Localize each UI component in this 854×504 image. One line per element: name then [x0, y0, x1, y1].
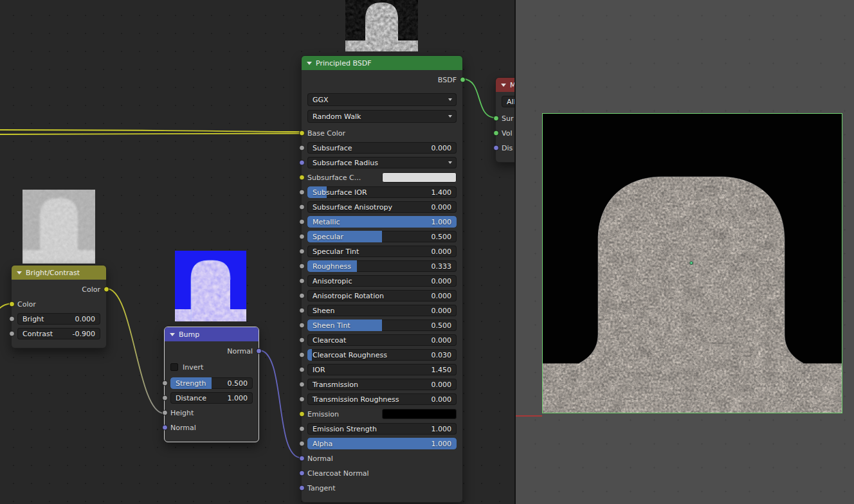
slider-clearcoat[interactable]: Clearcoat0.000: [307, 334, 457, 346]
material-output-header[interactable]: M: [496, 78, 514, 92]
socket-in-clearcoat-roughness[interactable]: [299, 352, 305, 358]
slider-anisotropic[interactable]: Anisotropic0.000: [307, 275, 457, 287]
slider-transmission[interactable]: Transmission0.000: [307, 379, 457, 390]
bump-header[interactable]: Bump: [165, 327, 259, 341]
node-material-output[interactable]: M All SurVolDis: [495, 77, 514, 163]
socket-in-normal[interactable]: [299, 456, 305, 462]
rendered-tombstone-object[interactable]: [542, 113, 842, 413]
socket-in-sheen[interactable]: [299, 308, 305, 314]
slider-label: Emission Strength: [307, 425, 377, 433]
row-anisotropic: Anisotropic0.000: [307, 275, 457, 287]
row-sur: Sur: [502, 113, 514, 124]
dropdown-value: Random Walk: [307, 113, 361, 121]
slider-ior[interactable]: IOR1.450: [307, 364, 457, 375]
slider-strength[interactable]: Strength0.500: [170, 377, 253, 389]
socket-in-clearcoat-normal[interactable]: [299, 471, 305, 476]
slider-alpha[interactable]: Alpha1.000: [307, 438, 457, 449]
slider-anisotropic-rotation[interactable]: Anisotropic Rotation0.000: [307, 290, 457, 302]
slider-sheen-tint[interactable]: Sheen Tint0.500: [307, 320, 457, 331]
socket-in-color[interactable]: [9, 302, 15, 307]
socket-in-emission-strength[interactable]: [299, 426, 305, 432]
socket-in-tangent[interactable]: [299, 485, 305, 491]
checkbox-invert[interactable]: [170, 363, 178, 371]
socket-in-normal[interactable]: [162, 425, 168, 431]
slider-value: 0.000: [432, 336, 457, 345]
socket-in-strength[interactable]: [162, 381, 168, 386]
wire-bsdf-to-surface[interactable]: [463, 79, 495, 118]
slider-contrast[interactable]: Contrast-0.900: [17, 328, 100, 339]
socket-in-anisotropic-rotation[interactable]: [299, 293, 305, 299]
slider-specular-tint[interactable]: Specular Tint0.000: [307, 246, 457, 257]
socket-in-clearcoat[interactable]: [299, 338, 305, 343]
socket-in-specular[interactable]: [299, 234, 305, 240]
slider-emission-strength[interactable]: Emission Strength1.000: [307, 423, 457, 435]
socket-in-bright[interactable]: [9, 316, 15, 322]
slider-subsurface-anisotropy[interactable]: Subsurface Anisotropy0.000: [307, 201, 457, 213]
subsurface-method-dropdown[interactable]: Random Walk: [307, 110, 457, 123]
socket-in-distance[interactable]: [162, 395, 168, 401]
socket-out-normal[interactable]: [256, 348, 262, 354]
slider-bright[interactable]: Bright0.000: [17, 313, 100, 325]
principled-header[interactable]: Principled BSDF: [302, 56, 462, 70]
node-title: Principled BSDF: [316, 59, 372, 68]
socket-in-dis[interactable]: [493, 145, 499, 151]
socket-in-transmission[interactable]: [299, 382, 305, 388]
socket-in-anisotropic[interactable]: [299, 278, 305, 284]
socket-in-subsurface-anisotropy[interactable]: [299, 204, 305, 210]
collapse-chevron-icon[interactable]: [501, 84, 506, 87]
shader-editor[interactable]: Bright/Contrast Color ColorBright0.000Co…: [0, 0, 514, 504]
node-bump[interactable]: Bump Normal InvertStrength0.500Distance1…: [164, 327, 259, 442]
slider-transmission-roughness[interactable]: Transmission Roughness0.000: [307, 393, 457, 405]
socket-in-sheen-tint[interactable]: [299, 323, 305, 328]
node-bright-contrast[interactable]: Bright/Contrast Color ColorBright0.000Co…: [11, 265, 107, 348]
socket-in-subsurface-ior[interactable]: [299, 190, 305, 195]
input-label: Tangent: [307, 484, 336, 492]
socket-in-emission[interactable]: [299, 411, 305, 417]
slider-value: 1.000: [228, 394, 253, 402]
socket-in-metallic[interactable]: [299, 219, 305, 225]
wire-base-color-2[interactable]: [0, 134, 300, 135]
slider-metallic[interactable]: Metallic1.000: [307, 216, 457, 228]
dropdown-subsurface-radius[interactable]: Subsurface Radius: [307, 157, 457, 168]
wire-bump-to-normal[interactable]: [259, 350, 301, 458]
socket-in-subsurface-radius[interactable]: [299, 160, 305, 166]
socket-in-base-color[interactable]: [299, 130, 305, 136]
target-dropdown[interactable]: All: [502, 96, 514, 107]
socket-in-height[interactable]: [162, 410, 168, 416]
socket-out-color[interactable]: [104, 287, 109, 292]
socket-in-subsurface[interactable]: [299, 145, 305, 151]
collapse-chevron-icon[interactable]: [307, 62, 312, 65]
slider-value: 0.000: [432, 203, 457, 212]
socket-in-alpha[interactable]: [299, 441, 305, 447]
socket-in-roughness[interactable]: [299, 264, 305, 269]
3d-viewport[interactable]: [516, 0, 854, 504]
slider-distance[interactable]: Distance1.000: [170, 392, 253, 404]
socket-in-subsurface-c[interactable]: [299, 175, 305, 181]
editor-divider[interactable]: [514, 0, 516, 504]
color-swatch-subsurface-c[interactable]: [382, 172, 457, 183]
bright-contrast-header[interactable]: Bright/Contrast: [12, 266, 106, 280]
slider-subsurface[interactable]: Subsurface0.000: [307, 142, 457, 154]
collapse-chevron-icon[interactable]: [17, 271, 22, 274]
color-swatch-emission[interactable]: [382, 409, 457, 419]
slider-value: 0.000: [432, 277, 457, 285]
slider-roughness[interactable]: Roughness0.333: [307, 260, 457, 272]
slider-subsurface-ior[interactable]: Subsurface IOR1.400: [307, 186, 457, 198]
wire-base-color-1[interactable]: [0, 130, 300, 132]
node-principled-bsdf[interactable]: Principled BSDF BSDF GGX Random Walk: [301, 55, 463, 503]
socket-out-bsdf[interactable]: [460, 77, 466, 83]
slider-clearcoat-roughness[interactable]: Clearcoat Roughness0.030: [307, 349, 457, 361]
slider-specular[interactable]: Specular0.500: [307, 231, 457, 242]
wire-color-to-height[interactable]: [107, 289, 164, 413]
row-roughness: Roughness0.333: [307, 260, 457, 272]
slider-sheen[interactable]: Sheen0.000: [307, 305, 457, 316]
socket-in-specular-tint[interactable]: [299, 249, 305, 255]
socket-in-vol[interactable]: [493, 130, 499, 136]
socket-in-contrast[interactable]: [9, 331, 15, 337]
distribution-dropdown[interactable]: GGX: [307, 93, 457, 106]
socket-in-sur[interactable]: [493, 116, 499, 122]
collapse-chevron-icon[interactable]: [170, 333, 175, 336]
slider-label: Subsurface Anisotropy: [307, 203, 392, 212]
socket-in-ior[interactable]: [299, 367, 305, 373]
socket-in-transmission-roughness[interactable]: [299, 397, 305, 402]
